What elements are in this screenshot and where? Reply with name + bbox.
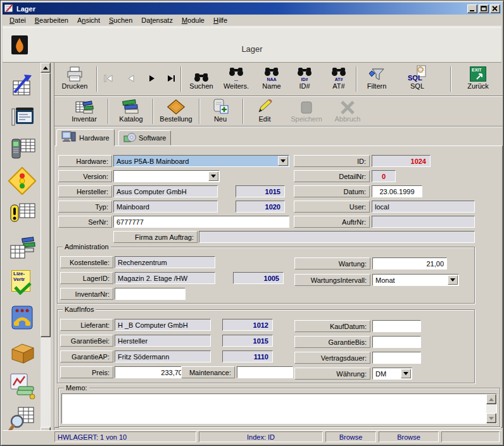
inventarnr-input[interactable]: [115, 288, 186, 300]
sidebar-scroll-track[interactable]: [41, 337, 51, 427]
printer-icon: [57, 65, 92, 82]
version-dropdown-button[interactable]: [208, 171, 218, 181]
memo-group: Memo:: [58, 388, 500, 427]
speichern-button[interactable]: Speichern: [286, 97, 327, 127]
main-area: Drucken Suchen ... Weiters. NAA Name ID#: [54, 63, 503, 430]
menu-item-datensatz[interactable]: Datensatz: [137, 15, 177, 26]
wartungsintervall-dropdown-button[interactable]: [448, 275, 458, 285]
go-previous-button[interactable]: [123, 71, 139, 85]
id-label: ID:: [294, 155, 370, 167]
filtern-button[interactable]: Filtern: [360, 65, 394, 94]
sql-button[interactable]: SQL SQL: [400, 65, 434, 94]
vertragsdauer-label: Vertragsdauer:: [294, 352, 370, 364]
search-name-button[interactable]: NAA Name: [255, 65, 288, 94]
katalog-button[interactable]: Katalog: [111, 97, 151, 127]
record-toolbar: Inventar Katalog Bestellung Neu Edit: [54, 96, 503, 127]
garantiebei-field[interactable]: Hersteller: [115, 335, 211, 347]
sidebar-item-books-table[interactable]: [8, 233, 37, 263]
sidebar-item-search-table[interactable]: [8, 404, 37, 433]
sidebar-item-box[interactable]: [8, 338, 37, 368]
neu-button[interactable]: Neu: [200, 97, 241, 127]
zurueck-button[interactable]: EXIT Zurück: [459, 65, 497, 94]
sidebar-item-report-table-arrow[interactable]: [8, 70, 37, 99]
tab-software[interactable]: Software: [118, 130, 171, 146]
save-icon: [286, 97, 327, 115]
waehrung-combobox[interactable]: DM: [372, 368, 412, 380]
lieferant-field[interactable]: H _B Computer GmbH: [115, 319, 211, 331]
maximize-button[interactable]: [479, 4, 489, 13]
go-last-button[interactable]: [163, 71, 179, 85]
sidebar-item-chart-money[interactable]: [8, 371, 37, 400]
kostenstelle-field[interactable]: Rechenzentrum: [115, 256, 215, 268]
sidebar-item-license-note[interactable]: Lize- Vertr: [8, 269, 37, 298]
header-band: Lager: [3, 27, 501, 63]
menu-item-bearbeiten[interactable]: Bearbeiten: [30, 15, 73, 26]
sidebar-scrollbar: [41, 63, 51, 443]
tab-hardware[interactable]: Hardware: [56, 129, 115, 146]
waehrung-dropdown-button[interactable]: [401, 369, 411, 378]
menu-item-suchen[interactable]: Suchen: [104, 15, 137, 26]
search-id-button[interactable]: ID# ID#: [289, 65, 320, 94]
browse-button-1[interactable]: Browse: [325, 431, 376, 442]
sidebar-item-phone-table[interactable]: [8, 133, 37, 163]
auftrnr-field[interactable]: [372, 216, 475, 228]
sidebar-item-phone-panel[interactable]: [8, 303, 37, 332]
garantiebei-id-field: 1015: [222, 335, 273, 347]
edit-button[interactable]: Edit: [244, 97, 285, 127]
sidebar-item-traffic-light[interactable]: [8, 166, 37, 195]
browse-button-2[interactable]: Browse: [379, 431, 439, 442]
wartungsintervall-combobox[interactable]: Monat: [372, 274, 459, 286]
chevron-down-icon: [211, 175, 216, 178]
id-field: 1024: [372, 155, 431, 167]
sidebar-item-alert-table[interactable]: [8, 199, 37, 228]
empty-status-segment: [441, 431, 500, 442]
go-first-button[interactable]: [101, 71, 117, 85]
auftrnr-label: AuftrNr:: [294, 216, 370, 228]
hardware-combobox[interactable]: Asus P5A-B Mainboard: [113, 155, 289, 167]
weiters-button[interactable]: ... Weiters.: [218, 65, 254, 94]
datum-input[interactable]: [372, 185, 422, 197]
close-button[interactable]: [490, 4, 500, 13]
garantiebis-input[interactable]: [372, 336, 421, 348]
memo-scroll-up-button[interactable]: [486, 394, 496, 404]
page-title: Lager: [3, 44, 501, 54]
sernr-input[interactable]: [113, 216, 289, 228]
vertragsdauer-input[interactable]: [372, 352, 421, 364]
go-next-button[interactable]: [144, 71, 160, 85]
inventarnr-label: InventarNr:: [60, 288, 113, 300]
preis-input[interactable]: [115, 366, 186, 378]
wartung-input[interactable]: [372, 257, 447, 269]
sidebar-scroll-thumb[interactable]: [41, 73, 51, 337]
maintenance-input[interactable]: [237, 366, 293, 378]
inventar-button[interactable]: Inventar: [63, 97, 105, 127]
menu-item-module[interactable]: Module: [177, 15, 209, 26]
lagerid-field[interactable]: Magazin 2. Etage /HW: [115, 272, 215, 284]
hardware-dropdown-button[interactable]: [278, 156, 288, 166]
kaufdatum-input[interactable]: [372, 320, 421, 332]
chevron-down-icon: [403, 372, 408, 375]
suchen-button[interactable]: Suchen: [185, 65, 218, 94]
search-at-button[interactable]: AT# AT#: [324, 65, 354, 94]
firma-field[interactable]: [199, 231, 475, 243]
bestellung-button[interactable]: Bestellung: [154, 97, 198, 127]
memo-textarea[interactable]: [61, 393, 497, 424]
menu-item-datei[interactable]: Datei: [5, 15, 30, 26]
lagerid-label: LagerID:: [60, 272, 113, 284]
minimize-button[interactable]: [467, 4, 477, 13]
abbruch-button[interactable]: Abbruch: [327, 97, 369, 127]
version-combobox[interactable]: [113, 170, 220, 182]
title-bar[interactable]: Lager: [3, 3, 501, 15]
garantieap-field[interactable]: Fritz Södermann: [115, 350, 211, 362]
hersteller-field[interactable]: Asus Computer GmbH: [113, 185, 218, 197]
drucken-button[interactable]: Drucken: [57, 65, 92, 94]
garantieap-label: GarantieAP:: [60, 350, 113, 362]
kaufdatum-label: KaufDatum:: [294, 320, 370, 332]
menu-item-ansicht[interactable]: Ansicht: [73, 15, 104, 26]
user-field[interactable]: local: [372, 201, 475, 213]
menu-item-hilfe[interactable]: Hilfe: [209, 15, 232, 26]
sidebar-scroll-up-button[interactable]: [41, 63, 51, 73]
index-status: Index: ID: [199, 431, 323, 442]
sidebar-item-form-window[interactable]: [8, 102, 37, 131]
typ-field[interactable]: Mainboard: [113, 201, 218, 213]
memo-scroll-down-button[interactable]: [486, 413, 496, 423]
